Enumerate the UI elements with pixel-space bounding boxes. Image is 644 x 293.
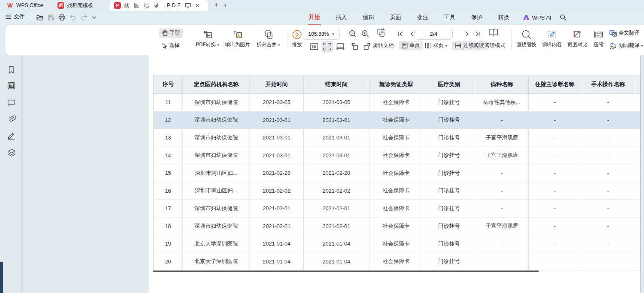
read-mode-book-icon[interactable]: [489, 27, 499, 37]
bookmarks-icon[interactable]: [7, 66, 16, 74]
menu-page[interactable]: 页面: [387, 12, 404, 23]
compress-button[interactable]: 压缩: [590, 29, 607, 48]
zoom-level-select[interactable]: 105.88% ▾: [303, 29, 339, 40]
read-mode-button[interactable]: 阅读模式: [484, 41, 506, 50]
table-cell: 16: [154, 182, 183, 200]
table-header-cell: 序号: [154, 75, 183, 94]
menu-protect[interactable]: 保护: [469, 12, 485, 23]
zoom-out-icon[interactable]: [348, 29, 358, 39]
first-page-icon[interactable]: [395, 29, 405, 39]
medical-records-table: 序号定点医药机构名称开始时间结束时间就诊凭证类型医疗类别病种名称住院主诊断名称手…: [153, 75, 640, 271]
wps-ai-button[interactable]: WPS AI: [523, 15, 552, 21]
tab-list-chevron-icon[interactable]: ▾: [221, 0, 230, 10]
table-header-cell: 病种名称: [475, 75, 529, 94]
fit-width-icon[interactable]: [335, 42, 345, 52]
rotate-left-icon[interactable]: [349, 42, 359, 52]
continuous-reading-button[interactable]: 连续阅读: [452, 41, 487, 50]
table-cell: -: [528, 182, 581, 200]
present-to-screen-icon[interactable]: [185, 3, 191, 8]
print-icon[interactable]: [57, 12, 67, 22]
table-cell: 深圳市妇幼保健院: [182, 111, 250, 129]
wps-ai-logo: [523, 15, 530, 20]
export-as-image-label: 输出为图片: [222, 41, 252, 48]
export-as-image-button[interactable]: 输出为图片: [222, 29, 252, 48]
more-quick-actions-chevron-icon[interactable]: [89, 12, 99, 22]
hand-tool-button[interactable]: 手型: [159, 28, 183, 38]
screenshot-compare-button[interactable]: 截图对比: [565, 29, 589, 48]
pdf-file-icon: P: [114, 2, 121, 9]
rotate-right-icon[interactable]: [362, 42, 372, 52]
table-cell: -: [581, 182, 635, 200]
table-cell: 12: [154, 111, 183, 129]
layers-icon[interactable]: [7, 149, 16, 157]
ribbon-menus: 开始 插入 编辑 页面 批注 工具 保护 转换 WPS AI: [306, 11, 567, 24]
edit-content-button[interactable]: 编辑内容: [540, 29, 564, 48]
menu-tools[interactable]: 工具: [442, 12, 458, 23]
menu-edit[interactable]: 编辑: [360, 12, 377, 23]
table-cell: 13: [154, 129, 183, 147]
continuous-reading-icon: [455, 42, 462, 49]
chevron-down-icon: ▾: [641, 44, 643, 48]
thumbnails-icon[interactable]: [7, 82, 16, 90]
wps-logo: W: [7, 2, 13, 9]
menu-insert[interactable]: 插入: [333, 12, 349, 23]
close-tab-icon[interactable]: ✕: [195, 2, 200, 9]
menu-home[interactable]: 开始: [306, 12, 322, 23]
save-icon[interactable]: [46, 12, 56, 22]
page-indicator-input[interactable]: 2/4: [414, 29, 453, 40]
last-page-icon[interactable]: [473, 29, 483, 39]
table-cell: -: [475, 182, 529, 200]
fit-page-icon[interactable]: [321, 41, 333, 52]
table-cell: 2021-03-01: [303, 146, 369, 164]
table-cell: 2021-02-01: [303, 200, 369, 218]
menu-comment[interactable]: 批注: [414, 12, 431, 23]
file-menu-button[interactable]: 文件: [6, 13, 25, 20]
table-cell: 门诊挂号: [423, 129, 475, 147]
tab-wps-office[interactable]: W WPS Office: [2, 0, 51, 11]
table-cell: 2021-03-05: [250, 94, 304, 112]
split-merge-label: 拆分合并: [257, 42, 277, 47]
split-merge-button[interactable]: 拆分合并 ▾: [254, 29, 283, 48]
table-cell: -: [581, 129, 635, 147]
zoom-in-icon[interactable]: [360, 29, 370, 39]
find-replace-button[interactable]: 查找替换: [514, 29, 539, 48]
full-text-translate-button[interactable]: A文 全文翻译: [609, 29, 640, 37]
table-cell: 2021-03-01: [250, 111, 304, 129]
docer-icon: 稻: [57, 2, 64, 9]
actual-size-icon[interactable]: [309, 42, 319, 52]
rotate-document-button[interactable]: 旋转文档: [372, 41, 394, 50]
new-tab-button[interactable]: +: [212, 0, 221, 10]
double-page-label: 双页: [433, 42, 444, 49]
single-page-view-button[interactable]: 单页: [399, 41, 423, 50]
redo-icon[interactable]: [79, 12, 89, 22]
table-cell: 2021-02-28: [303, 164, 369, 182]
page-indicator-value: 2/4: [430, 31, 437, 37]
attachments-icon[interactable]: [7, 115, 16, 124]
double-page-view-button[interactable]: 双页 ▾: [422, 41, 450, 50]
table-cell: 20: [154, 253, 183, 271]
tab-docer-templates[interactable]: 稻 找稻壳模板: [53, 0, 107, 11]
table-cell: 北京大学深圳医院: [182, 235, 250, 253]
table-cell: 子宫平滑肌瘤: [475, 146, 529, 164]
table-cell: 门诊挂号: [423, 253, 475, 271]
word-translate-button[interactable]: A文 划词翻译 ▾: [609, 41, 644, 50]
table-row: 19北京大学深圳医院2021-01-042021-01-04社会保障卡门诊挂号-…: [154, 235, 640, 253]
tab-label: 就 医 记 录 .PDF: [124, 2, 182, 9]
pdf-convert-button[interactable]: PDF转换 ▾: [193, 29, 222, 48]
window-tab-bar: W WPS Office 稻 找稻壳模板 P 就 医 记 录 .PDF ✕ + …: [0, 0, 644, 11]
menu-convert[interactable]: 转换: [496, 12, 512, 23]
comments-icon[interactable]: [7, 99, 16, 107]
open-file-icon[interactable]: [35, 12, 45, 22]
undo-icon[interactable]: [68, 12, 78, 22]
swap-pages-icon[interactable]: [376, 28, 386, 38]
next-page-icon[interactable]: [462, 29, 472, 39]
table-header-cell-clipped: [635, 75, 640, 94]
search-menu-icon[interactable]: [560, 14, 567, 21]
select-tool-button[interactable]: 选择: [159, 41, 182, 50]
table-cell: -: [581, 94, 635, 112]
table-header-cell: 医疗类别: [423, 75, 475, 94]
table-row: 17深圳市妇幼保健院2021-02-012021-02-01社会保障卡门诊挂号-…: [154, 200, 640, 218]
tab-medical-record-pdf[interactable]: P 就 医 记 录 .PDF ✕: [110, 0, 208, 11]
cursor-icon: [162, 43, 167, 49]
signature-icon[interactable]: [7, 132, 16, 140]
